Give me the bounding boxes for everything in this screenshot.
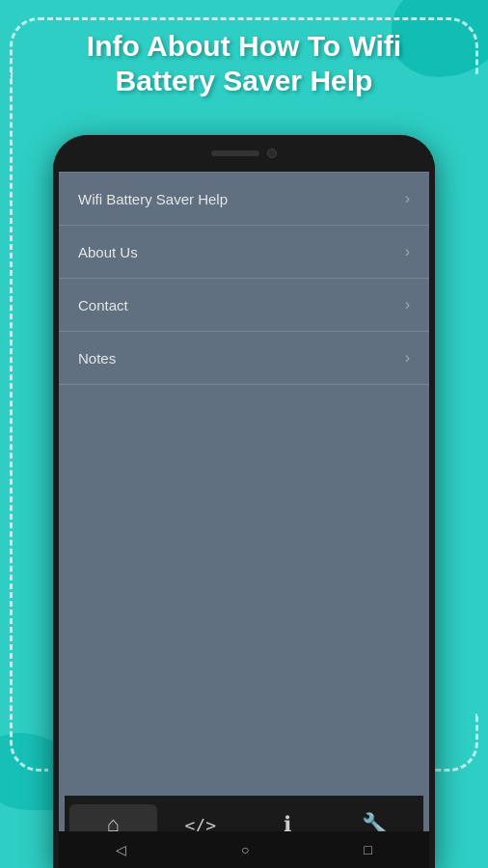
home-button[interactable]: ○ <box>241 842 249 857</box>
phone-speaker <box>211 150 259 156</box>
menu-item-about-us[interactable]: About Us › <box>59 226 429 279</box>
menu-list: Wifi Battery Saver Help › About Us › Con… <box>59 172 429 385</box>
phone-frame: Wifi Battery Saver Help › About Us › Con… <box>53 135 435 868</box>
chevron-icon-about: › <box>405 243 410 260</box>
menu-item-wifi-battery[interactable]: Wifi Battery Saver Help › <box>59 172 429 226</box>
phone-top-bar <box>53 135 435 172</box>
back-button[interactable]: ◁ <box>116 842 126 857</box>
phone-screen: Wifi Battery Saver Help › About Us › Con… <box>59 172 429 868</box>
chevron-icon-contact: › <box>405 296 410 313</box>
menu-item-contact-label: Contact <box>78 297 128 313</box>
dashed-border-left <box>10 75 48 772</box>
chevron-icon-notes: › <box>405 349 410 366</box>
menu-item-notes[interactable]: Notes › <box>59 332 429 385</box>
menu-item-about-us-label: About Us <box>78 244 138 260</box>
system-nav: ◁ ○ □ <box>59 831 429 868</box>
recent-button[interactable]: □ <box>364 842 371 857</box>
phone-camera <box>267 149 277 158</box>
chevron-icon-wifi: › <box>405 190 410 207</box>
screen-content-area <box>59 385 429 558</box>
page-title: Info About How To Wifi Battery Saver Hel… <box>39 29 449 98</box>
menu-item-contact[interactable]: Contact › <box>59 279 429 332</box>
menu-item-wifi-battery-label: Wifi Battery Saver Help <box>78 191 228 207</box>
menu-item-notes-label: Notes <box>78 350 116 366</box>
